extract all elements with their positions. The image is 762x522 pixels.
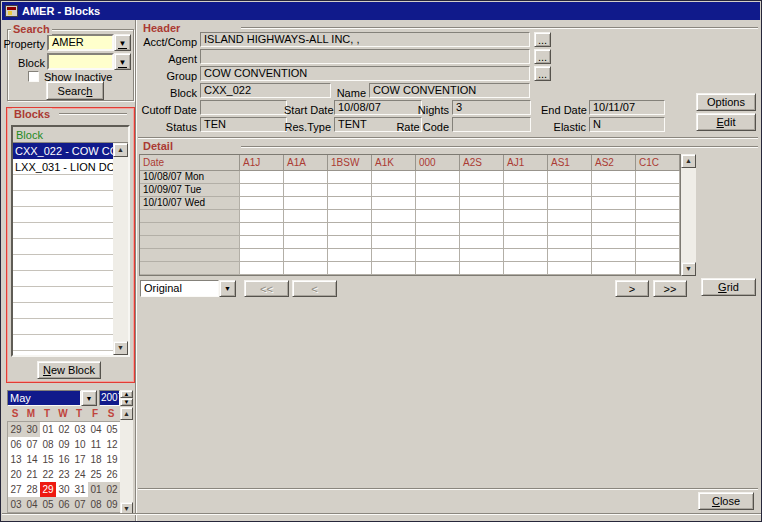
calendar-date[interactable]: 29 <box>8 422 24 437</box>
cutoff-date-field[interactable] <box>200 100 287 115</box>
detail-cell[interactable] <box>548 236 592 249</box>
detail-cell[interactable] <box>416 223 460 236</box>
calendar-date[interactable]: 08 <box>40 437 56 452</box>
calendar-scrollbar[interactable]: ▲ ▼ <box>120 407 133 515</box>
detail-cell[interactable] <box>240 236 284 249</box>
calendar-date[interactable]: 07 <box>24 437 40 452</box>
detail-cell[interactable] <box>592 236 636 249</box>
new-block-button[interactable]: New Block <box>37 361 101 379</box>
calendar-date[interactable]: 06 <box>56 497 72 512</box>
calendar-date[interactable]: 04 <box>88 422 104 437</box>
status-field[interactable]: TEN <box>200 117 287 132</box>
list-item[interactable] <box>13 223 113 239</box>
group-browse-button[interactable]: ... <box>534 66 551 81</box>
detail-table-scrollbar[interactable]: ▲ ▼ <box>681 154 696 276</box>
detail-cell[interactable] <box>328 262 372 275</box>
detail-cell[interactable] <box>372 223 416 236</box>
list-item[interactable] <box>13 271 113 287</box>
detail-cell[interactable] <box>416 236 460 249</box>
close-button[interactable]: Close <box>698 492 754 510</box>
property-lov-button[interactable]: ▼ <box>114 34 131 51</box>
list-item[interactable]: CXX_022 - COW CONVEN <box>13 143 113 159</box>
acct-comp-browse-button[interactable]: ... <box>534 32 551 47</box>
nav-next-button[interactable]: > <box>615 280 649 297</box>
calendar-date[interactable]: 28 <box>24 482 40 497</box>
detail-cell[interactable] <box>328 223 372 236</box>
calendar-date[interactable]: 11 <box>88 437 104 452</box>
view-selector-dropdown-button[interactable]: ▼ <box>219 280 236 297</box>
list-item[interactable] <box>13 207 113 223</box>
detail-cell[interactable] <box>460 223 504 236</box>
detail-cell[interactable] <box>416 197 460 210</box>
end-date-field[interactable]: 10/11/07 <box>589 100 665 115</box>
calendar-month-dropdown-button[interactable]: ▼ <box>81 390 97 406</box>
detail-cell[interactable] <box>592 197 636 210</box>
detail-cell[interactable] <box>284 197 328 210</box>
detail-cell[interactable] <box>592 171 636 184</box>
detail-cell[interactable] <box>636 184 680 197</box>
detail-cell[interactable] <box>284 249 328 262</box>
group-field[interactable]: COW CONVENTION <box>200 66 530 81</box>
block-search-field[interactable] <box>47 53 114 70</box>
elastic-field[interactable]: N <box>589 117 665 132</box>
grid-button[interactable]: Grid <box>701 278 756 296</box>
detail-cell[interactable] <box>416 184 460 197</box>
scroll-up-icon[interactable]: ▲ <box>681 154 696 168</box>
detail-cell[interactable] <box>372 236 416 249</box>
detail-cell[interactable] <box>460 262 504 275</box>
calendar-date[interactable]: 05 <box>104 422 120 437</box>
detail-cell[interactable] <box>636 262 680 275</box>
detail-cell[interactable] <box>284 184 328 197</box>
detail-cell[interactable] <box>592 223 636 236</box>
detail-cell[interactable] <box>416 171 460 184</box>
detail-cell[interactable] <box>328 171 372 184</box>
detail-cell[interactable] <box>460 249 504 262</box>
detail-cell[interactable] <box>592 184 636 197</box>
calendar-date[interactable]: 19 <box>104 452 120 467</box>
detail-cell[interactable] <box>504 171 548 184</box>
detail-cell[interactable] <box>504 197 548 210</box>
calendar-date[interactable]: 08 <box>88 497 104 512</box>
detail-cell[interactable] <box>548 223 592 236</box>
agent-browse-button[interactable]: ... <box>534 49 551 64</box>
block-field[interactable]: CXX_022 <box>200 83 331 98</box>
detail-cell[interactable] <box>548 171 592 184</box>
detail-cell[interactable] <box>548 197 592 210</box>
detail-cell[interactable] <box>636 210 680 223</box>
calendar-date[interactable]: 09 <box>56 437 72 452</box>
scroll-down-icon[interactable]: ▼ <box>113 341 128 355</box>
detail-cell[interactable] <box>240 210 284 223</box>
year-spinner-down-button[interactable]: ▼ <box>120 398 133 406</box>
scroll-up-icon[interactable]: ▲ <box>120 407 133 420</box>
list-item[interactable] <box>13 255 113 271</box>
detail-cell[interactable] <box>504 236 548 249</box>
property-field[interactable]: AMER <box>47 34 114 51</box>
acct-comp-field[interactable]: ISLAND HIGHWAYS-ALL INC, , <box>200 32 530 47</box>
list-item[interactable] <box>13 319 113 335</box>
calendar-date[interactable]: 15 <box>40 452 56 467</box>
detail-cell[interactable] <box>416 262 460 275</box>
calendar-date[interactable]: 24 <box>72 467 88 482</box>
calendar-date[interactable]: 31 <box>72 482 88 497</box>
detail-cell[interactable] <box>372 184 416 197</box>
detail-cell[interactable] <box>416 249 460 262</box>
calendar-date[interactable]: 03 <box>72 422 88 437</box>
detail-cell[interactable] <box>592 249 636 262</box>
detail-cell[interactable] <box>328 184 372 197</box>
detail-cell[interactable] <box>460 197 504 210</box>
calendar-date[interactable]: 03 <box>8 497 24 512</box>
detail-cell[interactable] <box>284 262 328 275</box>
list-item[interactable] <box>13 191 113 207</box>
list-item[interactable] <box>13 287 113 303</box>
calendar-date[interactable]: 17 <box>72 452 88 467</box>
detail-cell[interactable] <box>504 184 548 197</box>
calendar-date[interactable]: 05 <box>40 497 56 512</box>
nights-field[interactable]: 3 <box>452 100 531 115</box>
detail-cell[interactable] <box>284 223 328 236</box>
detail-cell[interactable] <box>372 262 416 275</box>
detail-cell[interactable] <box>328 236 372 249</box>
options-button[interactable]: Options <box>696 93 756 111</box>
block-lov-button[interactable]: ▼ <box>114 53 131 70</box>
calendar-date[interactable]: 27 <box>8 482 24 497</box>
calendar-date[interactable]: 13 <box>8 452 24 467</box>
